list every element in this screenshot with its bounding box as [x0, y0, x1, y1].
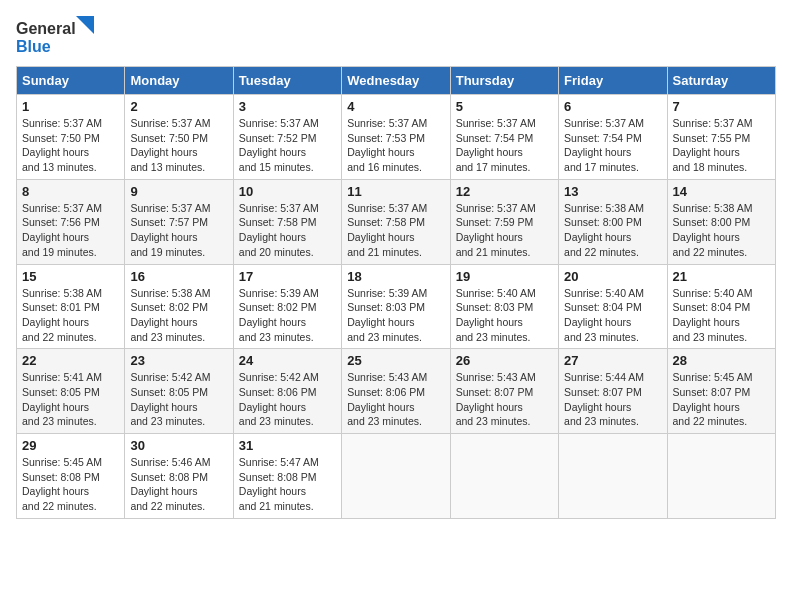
- calendar-day: 11 Sunrise: 5:37 AMSunset: 7:58 PMDaylig…: [342, 179, 450, 264]
- day-detail: Sunrise: 5:37 AMSunset: 7:59 PMDaylight …: [456, 202, 536, 258]
- day-number: 26: [456, 353, 553, 368]
- day-number: 21: [673, 269, 770, 284]
- calendar-day: 23 Sunrise: 5:42 AMSunset: 8:05 PMDaylig…: [125, 349, 233, 434]
- calendar-row: 1 Sunrise: 5:37 AMSunset: 7:50 PMDayligh…: [17, 95, 776, 180]
- calendar-day: 22 Sunrise: 5:41 AMSunset: 8:05 PMDaylig…: [17, 349, 125, 434]
- day-detail: Sunrise: 5:46 AMSunset: 8:08 PMDaylight …: [130, 456, 210, 512]
- day-number: 23: [130, 353, 227, 368]
- day-number: 10: [239, 184, 336, 199]
- header-wednesday: Wednesday: [342, 67, 450, 95]
- day-detail: Sunrise: 5:42 AMSunset: 8:05 PMDaylight …: [130, 371, 210, 427]
- day-number: 15: [22, 269, 119, 284]
- day-detail: Sunrise: 5:42 AMSunset: 8:06 PMDaylight …: [239, 371, 319, 427]
- header-thursday: Thursday: [450, 67, 558, 95]
- day-number: 8: [22, 184, 119, 199]
- day-detail: Sunrise: 5:37 AMSunset: 7:58 PMDaylight …: [239, 202, 319, 258]
- day-number: 5: [456, 99, 553, 114]
- svg-text:General: General: [16, 20, 76, 37]
- day-number: 14: [673, 184, 770, 199]
- calendar-day: 1 Sunrise: 5:37 AMSunset: 7:50 PMDayligh…: [17, 95, 125, 180]
- day-detail: Sunrise: 5:37 AMSunset: 7:54 PMDaylight …: [564, 117, 644, 173]
- calendar-day: 19 Sunrise: 5:40 AMSunset: 8:03 PMDaylig…: [450, 264, 558, 349]
- day-number: 22: [22, 353, 119, 368]
- day-detail: Sunrise: 5:39 AMSunset: 8:03 PMDaylight …: [347, 287, 427, 343]
- day-number: 1: [22, 99, 119, 114]
- calendar-row: 22 Sunrise: 5:41 AMSunset: 8:05 PMDaylig…: [17, 349, 776, 434]
- day-detail: Sunrise: 5:41 AMSunset: 8:05 PMDaylight …: [22, 371, 102, 427]
- day-detail: Sunrise: 5:45 AMSunset: 8:08 PMDaylight …: [22, 456, 102, 512]
- calendar-day: 5 Sunrise: 5:37 AMSunset: 7:54 PMDayligh…: [450, 95, 558, 180]
- day-detail: Sunrise: 5:43 AMSunset: 8:06 PMDaylight …: [347, 371, 427, 427]
- svg-marker-2: [76, 16, 94, 34]
- day-detail: Sunrise: 5:40 AMSunset: 8:04 PMDaylight …: [564, 287, 644, 343]
- calendar-day: 21 Sunrise: 5:40 AMSunset: 8:04 PMDaylig…: [667, 264, 775, 349]
- calendar-day: 16 Sunrise: 5:38 AMSunset: 8:02 PMDaylig…: [125, 264, 233, 349]
- day-detail: Sunrise: 5:37 AMSunset: 7:58 PMDaylight …: [347, 202, 427, 258]
- day-detail: Sunrise: 5:37 AMSunset: 7:50 PMDaylight …: [22, 117, 102, 173]
- day-number: 17: [239, 269, 336, 284]
- day-number: 24: [239, 353, 336, 368]
- day-detail: Sunrise: 5:37 AMSunset: 7:57 PMDaylight …: [130, 202, 210, 258]
- day-number: 27: [564, 353, 661, 368]
- day-number: 28: [673, 353, 770, 368]
- calendar-day: 28 Sunrise: 5:45 AMSunset: 8:07 PMDaylig…: [667, 349, 775, 434]
- calendar-day: 30 Sunrise: 5:46 AMSunset: 8:08 PMDaylig…: [125, 434, 233, 519]
- page-header: GeneralBlue: [16, 16, 776, 58]
- calendar-day: 20 Sunrise: 5:40 AMSunset: 8:04 PMDaylig…: [559, 264, 667, 349]
- calendar-day: 3 Sunrise: 5:37 AMSunset: 7:52 PMDayligh…: [233, 95, 341, 180]
- calendar-day: 17 Sunrise: 5:39 AMSunset: 8:02 PMDaylig…: [233, 264, 341, 349]
- day-number: 6: [564, 99, 661, 114]
- header-tuesday: Tuesday: [233, 67, 341, 95]
- calendar-day: 27 Sunrise: 5:44 AMSunset: 8:07 PMDaylig…: [559, 349, 667, 434]
- calendar-day: 2 Sunrise: 5:37 AMSunset: 7:50 PMDayligh…: [125, 95, 233, 180]
- day-detail: Sunrise: 5:40 AMSunset: 8:04 PMDaylight …: [673, 287, 753, 343]
- day-detail: Sunrise: 5:44 AMSunset: 8:07 PMDaylight …: [564, 371, 644, 427]
- day-number: 20: [564, 269, 661, 284]
- logo-svg: GeneralBlue: [16, 16, 96, 58]
- day-number: 4: [347, 99, 444, 114]
- day-detail: Sunrise: 5:47 AMSunset: 8:08 PMDaylight …: [239, 456, 319, 512]
- empty-cell: [342, 434, 450, 519]
- header-monday: Monday: [125, 67, 233, 95]
- calendar-day: 18 Sunrise: 5:39 AMSunset: 8:03 PMDaylig…: [342, 264, 450, 349]
- day-number: 25: [347, 353, 444, 368]
- day-detail: Sunrise: 5:37 AMSunset: 7:52 PMDaylight …: [239, 117, 319, 173]
- day-detail: Sunrise: 5:38 AMSunset: 8:02 PMDaylight …: [130, 287, 210, 343]
- calendar-day: 26 Sunrise: 5:43 AMSunset: 8:07 PMDaylig…: [450, 349, 558, 434]
- day-number: 30: [130, 438, 227, 453]
- day-detail: Sunrise: 5:43 AMSunset: 8:07 PMDaylight …: [456, 371, 536, 427]
- day-number: 12: [456, 184, 553, 199]
- day-detail: Sunrise: 5:38 AMSunset: 8:00 PMDaylight …: [673, 202, 753, 258]
- day-number: 9: [130, 184, 227, 199]
- day-detail: Sunrise: 5:45 AMSunset: 8:07 PMDaylight …: [673, 371, 753, 427]
- day-detail: Sunrise: 5:37 AMSunset: 7:53 PMDaylight …: [347, 117, 427, 173]
- calendar-day: 9 Sunrise: 5:37 AMSunset: 7:57 PMDayligh…: [125, 179, 233, 264]
- calendar-day: 14 Sunrise: 5:38 AMSunset: 8:00 PMDaylig…: [667, 179, 775, 264]
- header-row: SundayMondayTuesdayWednesdayThursdayFrid…: [17, 67, 776, 95]
- calendar-day: 6 Sunrise: 5:37 AMSunset: 7:54 PMDayligh…: [559, 95, 667, 180]
- calendar-day: 4 Sunrise: 5:37 AMSunset: 7:53 PMDayligh…: [342, 95, 450, 180]
- day-number: 19: [456, 269, 553, 284]
- day-number: 11: [347, 184, 444, 199]
- header-friday: Friday: [559, 67, 667, 95]
- empty-cell: [559, 434, 667, 519]
- calendar-day: 15 Sunrise: 5:38 AMSunset: 8:01 PMDaylig…: [17, 264, 125, 349]
- logo: GeneralBlue: [16, 16, 96, 58]
- day-number: 13: [564, 184, 661, 199]
- day-detail: Sunrise: 5:38 AMSunset: 8:01 PMDaylight …: [22, 287, 102, 343]
- empty-cell: [667, 434, 775, 519]
- calendar-day: 24 Sunrise: 5:42 AMSunset: 8:06 PMDaylig…: [233, 349, 341, 434]
- calendar-day: 25 Sunrise: 5:43 AMSunset: 8:06 PMDaylig…: [342, 349, 450, 434]
- day-detail: Sunrise: 5:37 AMSunset: 7:55 PMDaylight …: [673, 117, 753, 173]
- header-saturday: Saturday: [667, 67, 775, 95]
- day-number: 16: [130, 269, 227, 284]
- calendar-row: 29 Sunrise: 5:45 AMSunset: 8:08 PMDaylig…: [17, 434, 776, 519]
- day-detail: Sunrise: 5:40 AMSunset: 8:03 PMDaylight …: [456, 287, 536, 343]
- day-detail: Sunrise: 5:37 AMSunset: 7:50 PMDaylight …: [130, 117, 210, 173]
- calendar-day: 7 Sunrise: 5:37 AMSunset: 7:55 PMDayligh…: [667, 95, 775, 180]
- day-number: 2: [130, 99, 227, 114]
- empty-cell: [450, 434, 558, 519]
- calendar-row: 8 Sunrise: 5:37 AMSunset: 7:56 PMDayligh…: [17, 179, 776, 264]
- header-sunday: Sunday: [17, 67, 125, 95]
- calendar-day: 29 Sunrise: 5:45 AMSunset: 8:08 PMDaylig…: [17, 434, 125, 519]
